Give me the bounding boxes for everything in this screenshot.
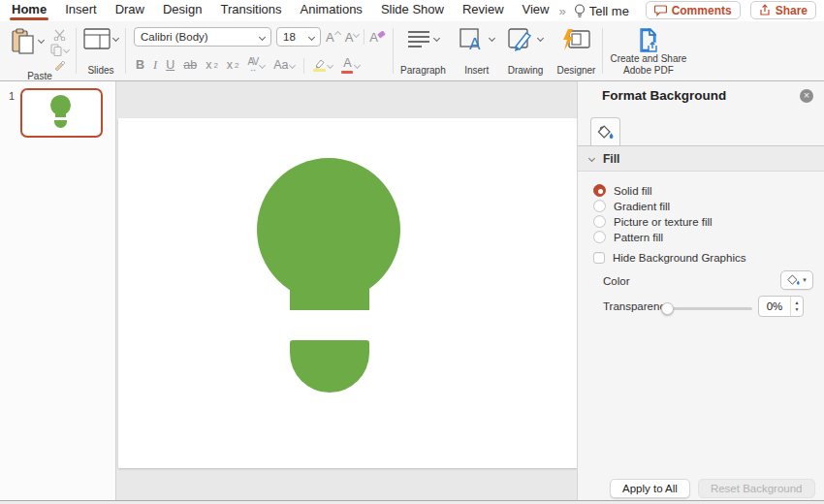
fill-option-picture[interactable]: Picture or texture fill: [593, 214, 713, 229]
change-case-button[interactable]: Aa: [273, 59, 295, 72]
comments-button[interactable]: Comments: [646, 1, 741, 19]
radio-pattern-fill[interactable]: [593, 231, 606, 243]
paint-bucket-small-icon: [787, 274, 801, 286]
status-bar-edge: [0, 500, 824, 504]
tab-view[interactable]: View: [523, 0, 550, 21]
transparency-slider[interactable]: [663, 307, 752, 310]
share-button[interactable]: Share: [750, 1, 816, 19]
share-label: Share: [776, 4, 808, 17]
tab-slide-show[interactable]: Slide Show: [381, 0, 444, 21]
decrease-font-button[interactable]: A: [345, 30, 360, 45]
adobe-pdf-label: Create and ShareAdobe PDF: [610, 53, 686, 78]
slides-dropdown-chevron-icon: [112, 35, 119, 42]
picture-fill-label: Picture or texture fill: [614, 216, 713, 228]
workspace: 1 Format Background ×: [0, 81, 824, 504]
text-highlight-button[interactable]: [313, 59, 333, 72]
radio-gradient-fill[interactable]: [593, 200, 606, 212]
format-background-panel: Format Background × Fill Solid fill Grad…: [577, 81, 824, 504]
stepper-up-icon[interactable]: ▲: [795, 299, 800, 307]
fill-section-label: Fill: [603, 152, 619, 166]
transparency-value: 0%: [759, 300, 790, 312]
panel-close-button[interactable]: ×: [800, 89, 813, 103]
color-picker-button[interactable]: ▾: [780, 270, 813, 290]
subscript-mark: 2: [235, 62, 238, 70]
increase-font-button[interactable]: A: [326, 30, 340, 45]
slides-button[interactable]: [83, 28, 118, 49]
ribbon-tab-bar: Home Insert Draw Design Transitions Anim…: [0, 0, 824, 21]
create-share-adobe-pdf-button[interactable]: [636, 28, 661, 53]
hide-background-checkbox[interactable]: [593, 252, 605, 264]
share-icon: [759, 4, 771, 16]
increase-font-glyph: A: [326, 30, 334, 45]
slide-thumbnail-1[interactable]: [20, 88, 103, 138]
apply-to-all-button[interactable]: Apply to All: [610, 479, 690, 498]
eraser-icon: [377, 30, 386, 38]
tab-home[interactable]: Home: [12, 0, 47, 21]
character-spacing-icon: AV ↔: [248, 57, 259, 74]
clear-formatting-button[interactable]: A: [369, 30, 385, 45]
slides-group: Slides: [77, 21, 125, 80]
highlighter-icon: [313, 59, 326, 72]
format-painter-button[interactable]: [53, 59, 66, 71]
transparency-value-field[interactable]: 0% ▲ ▼: [758, 296, 804, 317]
drawing-button[interactable]: [508, 28, 543, 53]
font-color-button[interactable]: A: [341, 57, 360, 74]
highlight-chevron-icon: [327, 62, 333, 69]
paste-button[interactable]: [11, 28, 44, 55]
fill-option-gradient[interactable]: Gradient fill: [593, 199, 670, 213]
tab-design[interactable]: Design: [163, 0, 202, 21]
tab-overflow-chevrons-icon[interactable]: »: [559, 4, 566, 18]
subscript-button[interactable]: x2: [227, 59, 239, 72]
paragraph-label: Paragraph: [400, 65, 446, 79]
underline-button[interactable]: U: [166, 59, 174, 72]
tab-review[interactable]: Review: [462, 0, 504, 21]
decrease-font-glyph: A: [345, 30, 354, 45]
superscript-button[interactable]: x2: [206, 59, 218, 72]
superscript-mark: 2: [213, 62, 217, 70]
stepper-down-icon[interactable]: ▼: [795, 306, 800, 314]
transparency-slider-thumb[interactable]: [661, 302, 674, 315]
menubar-actions: Comments Share: [646, 1, 816, 19]
paragraph-group: Paragraph: [394, 21, 453, 80]
comments-label: Comments: [672, 4, 732, 17]
character-spacing-button[interactable]: AV ↔: [248, 57, 266, 74]
fill-tab[interactable]: [590, 117, 620, 146]
tab-draw[interactable]: Draw: [115, 0, 144, 21]
solid-fill-label: Solid fill: [614, 185, 652, 197]
fill-option-pattern[interactable]: Pattern fill: [593, 230, 663, 244]
drawing-label: Drawing: [508, 65, 544, 79]
paste-label: Paste: [27, 71, 52, 84]
paragraph-lines-icon: [406, 28, 431, 51]
tab-insert[interactable]: Insert: [65, 0, 97, 21]
lightbulb-neck: [290, 280, 369, 310]
fill-section-header[interactable]: Fill: [578, 146, 824, 172]
bold-button[interactable]: B: [136, 59, 144, 72]
small-divider: [364, 29, 364, 45]
radio-picture-fill[interactable]: [593, 215, 606, 228]
pattern-fill-label: Pattern fill: [614, 232, 663, 243]
insert-button[interactable]: A: [460, 28, 494, 53]
slide-editing-area[interactable]: [118, 118, 577, 468]
radio-solid-fill[interactable]: [593, 184, 606, 197]
tab-transitions[interactable]: Transitions: [220, 0, 281, 21]
slide-thumbnail-panel: 1: [0, 81, 116, 504]
hide-background-graphics-option[interactable]: Hide Background Graphics: [593, 250, 745, 265]
lightbulb-icon: [574, 4, 586, 18]
italic-button[interactable]: I: [153, 59, 157, 72]
increase-caret-icon: [334, 30, 341, 37]
strikethrough-button[interactable]: ab: [183, 59, 197, 72]
subscript-base: x: [227, 59, 233, 72]
font-size-select[interactable]: 18: [276, 27, 321, 47]
designer-button[interactable]: [560, 28, 591, 53]
fill-option-solid[interactable]: Solid fill: [593, 183, 652, 198]
transparency-stepper[interactable]: ▲ ▼: [790, 297, 803, 316]
cut-button[interactable]: [53, 29, 66, 41]
tell-me-search[interactable]: Tell me: [574, 4, 629, 18]
insert-label: Insert: [464, 65, 489, 79]
decrease-caret-icon: [353, 30, 360, 37]
font-name-select[interactable]: Calibri (Body): [134, 27, 271, 47]
tab-animations[interactable]: Animations: [301, 0, 363, 21]
copy-button[interactable]: [50, 44, 69, 56]
slide-number: 1: [9, 90, 15, 102]
paragraph-button[interactable]: [406, 28, 439, 51]
